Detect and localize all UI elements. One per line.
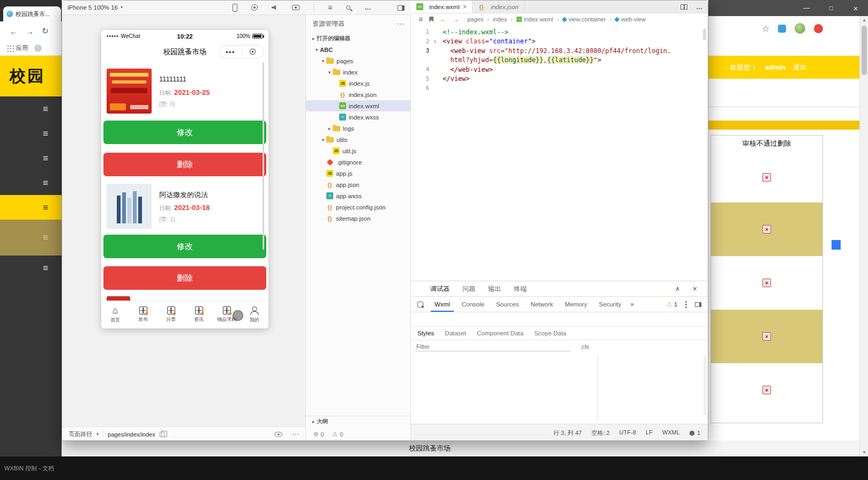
nav-forward-icon[interactable] — [453, 16, 459, 23]
debugger-tab-问题[interactable]: 问题 — [462, 284, 475, 294]
device-rotate-icon[interactable] — [233, 4, 237, 12]
minimize-button[interactable] — [794, 0, 819, 16]
notifications[interactable]: 1 — [690, 430, 700, 436]
tree-item-logs[interactable]: ▸logs — [306, 123, 410, 134]
panel-divider[interactable] — [597, 354, 598, 421]
statusbar-item[interactable]: WXML — [662, 429, 680, 437]
debugger-scrollbar[interactable] — [704, 356, 707, 415]
debugger-tab-调试器[interactable]: 调试器 — [430, 284, 450, 294]
dock-side-icon[interactable] — [695, 302, 701, 307]
styles-tab-Component Data[interactable]: Component Data — [477, 330, 523, 336]
warnings-badge[interactable]: 1 — [667, 301, 677, 308]
phone-scrollbar[interactable] — [263, 62, 264, 250]
statusbar-item[interactable]: LF — [646, 429, 653, 437]
devtools-tab-Wxml[interactable]: Wxml — [429, 297, 456, 312]
devtools-tab-Security[interactable]: Security — [593, 297, 627, 312]
tabbar-item-3[interactable]: 资讯 — [185, 301, 213, 328]
code-editor[interactable]: 1<!--index.wxml-->2∨<view class="contain… — [411, 25, 708, 281]
avatar[interactable] — [795, 23, 805, 34]
bookmark-star-icon[interactable] — [762, 24, 769, 34]
list-item[interactable]: 阿达撒发的说法 日期: 2021-03-18 [赞: 1] — [101, 183, 268, 231]
delete-x-button[interactable]: × — [762, 225, 771, 234]
sidebar-item-1[interactable] — [0, 121, 62, 146]
tree-item-project.config.json[interactable]: {}project.config.json — [306, 201, 410, 213]
search-icon[interactable] — [346, 5, 350, 10]
apps-label[interactable]: 应用 — [16, 44, 28, 52]
more-icon[interactable] — [364, 6, 371, 9]
nav-back-icon[interactable] — [440, 16, 446, 23]
sidebar-item-4[interactable] — [0, 195, 62, 220]
tree-item-ABC[interactable]: ▾ABC — [306, 44, 410, 55]
modify-button[interactable]: 修改 — [103, 235, 266, 258]
extension-icon[interactable] — [778, 25, 786, 33]
tree-item-pages[interactable]: ▾pages — [306, 55, 410, 66]
profile-badge-icon[interactable] — [814, 24, 823, 33]
scroll-down-icon[interactable] — [860, 450, 868, 455]
editor-scrollbar-thumb[interactable] — [703, 28, 706, 40]
cls-toggle[interactable]: .cls — [580, 343, 589, 350]
styles-tab-Dataset[interactable]: Dataset — [445, 330, 466, 336]
bookmark-icon[interactable] — [429, 17, 433, 22]
copy-icon[interactable] — [160, 432, 164, 437]
sidebar-item-5[interactable] — [0, 220, 62, 256]
sidebar-item-6[interactable] — [0, 256, 62, 280]
breadcrumb-item-index[interactable]: index — [493, 16, 507, 22]
logout-link[interactable]: 退出 — [793, 63, 807, 72]
browser-tab[interactable]: 校园跳蚤市... — [3, 6, 61, 21]
more-tabs-icon[interactable] — [627, 301, 637, 308]
modify-button[interactable]: 修改 — [103, 121, 266, 144]
scrollbar-thumb[interactable] — [862, 26, 867, 75]
device-selector[interactable]: iPhone 5 100% 16 — [62, 4, 128, 11]
sidebar-item-0[interactable] — [0, 96, 62, 121]
tree-item-app.json[interactable]: {}app.json — [306, 179, 410, 190]
tree-item-.gitignore[interactable]: .gitignore — [306, 156, 410, 168]
delete-x-button[interactable]: × — [762, 173, 771, 182]
breadcrumb-item-web-view[interactable]: web-view — [615, 16, 646, 22]
outline-list-icon[interactable] — [418, 16, 423, 23]
fold-icon[interactable]: ∨ — [433, 39, 440, 44]
tree-item-app.js[interactable]: JSapp.js — [306, 168, 410, 179]
editor-tab-index.wxml[interactable]: <>index.wxml — [411, 1, 473, 13]
breadcrumb-item-index.wxml[interactable]: <>index.wxml — [517, 16, 553, 22]
apps-grid-icon[interactable] — [8, 46, 9, 47]
more-icon[interactable] — [696, 6, 702, 9]
tree-item-index.json[interactable]: {}index.json — [306, 89, 410, 100]
tabbar-item-2[interactable]: 分类 — [157, 301, 185, 328]
devtools-tab-Console[interactable]: Console — [456, 297, 490, 312]
close-icon[interactable] — [463, 4, 467, 10]
eye-icon[interactable] — [274, 432, 282, 437]
problems-bar[interactable]: 0 0 — [306, 427, 410, 441]
menu-icon[interactable] — [328, 4, 332, 11]
delete-x-button[interactable]: × — [762, 386, 771, 394]
tree-item-app.wxss[interactable]: ≈app.wxss — [306, 190, 410, 201]
delete-x-button[interactable]: × — [762, 332, 771, 341]
collapse-icon[interactable] — [675, 285, 680, 292]
statusbar-item[interactable]: 行 3, 列 47 — [553, 429, 582, 437]
debugger-tab-输出[interactable]: 输出 — [488, 284, 501, 294]
statusbar-item[interactable]: UTF-8 — [619, 429, 636, 437]
inspect-icon[interactable] — [417, 302, 423, 308]
close-button[interactable] — [843, 0, 868, 16]
open-editors-section[interactable]: ▸ 打开的编辑器 — [306, 33, 410, 44]
debugger-tab-终端[interactable]: 终端 — [514, 284, 527, 294]
tree-item-index.js[interactable]: JSindex.js — [306, 78, 410, 89]
styles-tab-Styles[interactable]: Styles — [417, 330, 434, 336]
styles-tab-Scope Data[interactable]: Scope Data — [534, 330, 566, 336]
kebab-menu-icon[interactable] — [685, 304, 687, 305]
tabbar-item-0[interactable]: 首页 — [101, 301, 129, 328]
tabbar-item-1[interactable]: 发布 — [129, 301, 157, 328]
list-item[interactable]: 11111111 日期: 2021-03-25 [赞: 0] — [101, 68, 268, 116]
close-capsule[interactable] — [242, 49, 264, 55]
outline-section[interactable]: ▸ 大纲 — [306, 416, 410, 427]
sidebar-item-3[interactable] — [0, 170, 62, 195]
path-label[interactable]: 页面路径 — [69, 430, 92, 438]
toggle-panel-icon[interactable] — [398, 5, 405, 11]
mute-icon[interactable] — [272, 5, 278, 10]
tree-item-sitemap.json[interactable]: {}sitemap.json — [306, 213, 410, 224]
forward-icon[interactable] — [26, 27, 34, 36]
devtools-tab-Memory[interactable]: Memory — [559, 297, 593, 312]
delete-button[interactable]: 删除 — [103, 266, 266, 290]
more-icon[interactable] — [220, 49, 242, 55]
back-icon[interactable] — [10, 27, 18, 36]
sidebar-item-2[interactable] — [0, 146, 62, 170]
